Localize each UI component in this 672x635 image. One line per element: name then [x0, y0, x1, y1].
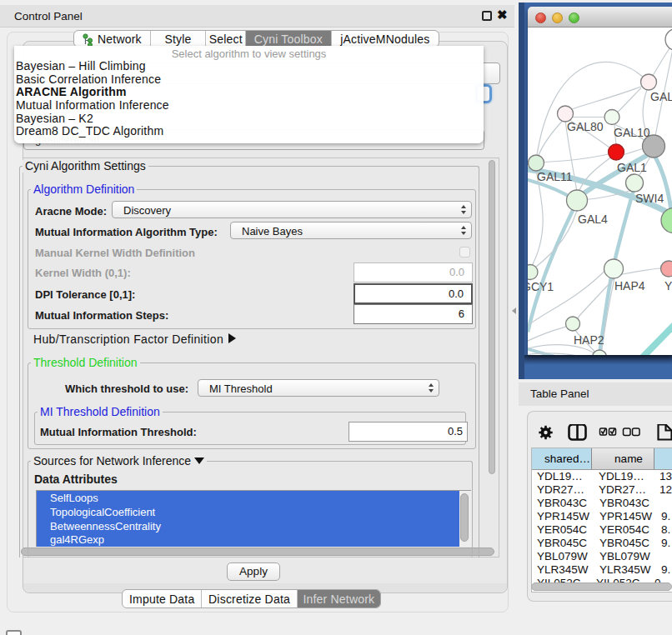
svg-text:GAL80: GAL80	[567, 120, 604, 133]
svg-text:GCY1: GCY1	[528, 280, 554, 293]
svg-text:SWI4: SWI4	[635, 192, 664, 205]
svg-text:GAL1: GAL1	[617, 161, 647, 174]
svg-text:GAL4: GAL4	[578, 212, 608, 226]
svg-text:Y: Y	[664, 279, 672, 292]
svg-text:HAP2: HAP2	[574, 333, 604, 347]
svg-text:HAP4: HAP4	[614, 279, 645, 292]
svg-text:GAL11: GAL11	[537, 170, 573, 183]
svg-text:GAL2: GAL2	[650, 90, 672, 103]
svg-text:GAL10: GAL10	[614, 126, 650, 139]
